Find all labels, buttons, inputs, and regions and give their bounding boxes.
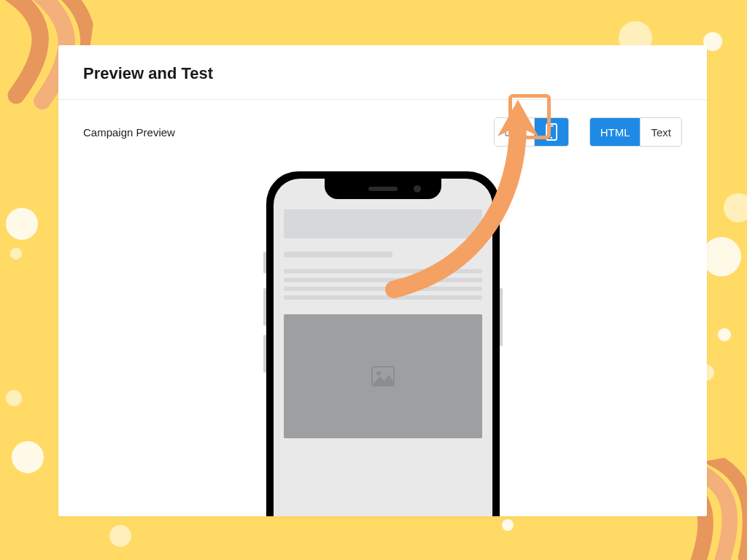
phone-side-button bbox=[263, 335, 266, 373]
phone-side-button bbox=[263, 252, 266, 273]
phone-side-button bbox=[263, 288, 266, 326]
svg-point-5 bbox=[376, 371, 381, 376]
skeleton-line bbox=[284, 278, 482, 282]
phone-screen bbox=[274, 179, 492, 516]
svg-rect-0 bbox=[506, 125, 523, 136]
text-format-button[interactable]: Text bbox=[640, 118, 681, 146]
desktop-toggle[interactable] bbox=[495, 118, 534, 146]
preview-toolbar: Campaign Preview bbox=[83, 116, 682, 148]
decor-dot bbox=[702, 237, 741, 276]
card-body: Campaign Preview bbox=[58, 100, 707, 511]
phone-preview bbox=[266, 171, 500, 516]
preview-card: Preview and Test Campaign Preview bbox=[58, 45, 707, 516]
html-format-button[interactable]: HTML bbox=[590, 118, 640, 146]
decor-dot bbox=[6, 208, 38, 240]
skeleton-subtitle-block bbox=[284, 252, 393, 257]
section-label: Campaign Preview bbox=[83, 126, 175, 139]
email-skeleton bbox=[284, 209, 482, 516]
decor-dot bbox=[502, 519, 514, 531]
skeleton-hero-block bbox=[284, 209, 482, 238]
phone-icon bbox=[545, 123, 558, 141]
phone-notch bbox=[325, 179, 441, 199]
svg-point-2 bbox=[550, 137, 551, 139]
decor-dot bbox=[109, 525, 131, 547]
device-toggle-group bbox=[494, 117, 569, 147]
decor-dot bbox=[10, 248, 22, 260]
decor-dot bbox=[12, 441, 44, 473]
toolbar-right: HTML Text bbox=[494, 117, 682, 147]
skeleton-image-placeholder bbox=[284, 314, 482, 438]
page-title: Preview and Test bbox=[83, 64, 682, 83]
mobile-toggle[interactable] bbox=[534, 118, 568, 146]
image-placeholder-icon bbox=[371, 366, 395, 386]
decorative-background: Preview and Test Campaign Preview bbox=[0, 0, 747, 560]
decor-dot bbox=[718, 328, 731, 341]
phone-frame bbox=[266, 171, 500, 516]
skeleton-line bbox=[284, 287, 482, 291]
phone-side-button bbox=[500, 288, 503, 346]
decor-dot bbox=[6, 390, 22, 406]
skeleton-line bbox=[284, 295, 482, 300]
svg-rect-3 bbox=[549, 125, 554, 126]
skeleton-line bbox=[284, 269, 482, 273]
card-header: Preview and Test bbox=[58, 45, 707, 100]
skeleton-text-lines bbox=[284, 269, 482, 300]
desktop-icon bbox=[505, 124, 524, 140]
decor-dot bbox=[724, 193, 747, 222]
format-toggle-group: HTML Text bbox=[589, 117, 682, 147]
